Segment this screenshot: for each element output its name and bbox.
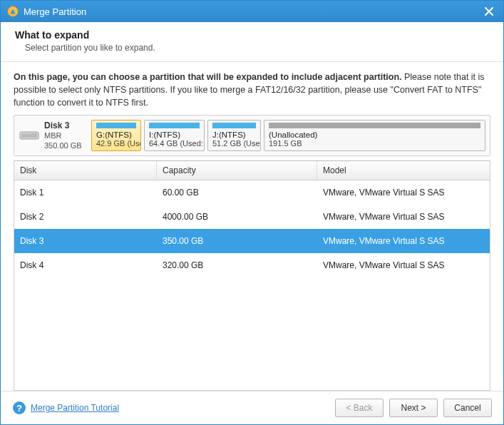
dialog-window: Merge Partition What to expand Select pa… (0, 0, 504, 425)
table-body: Disk 160.00 GBVMware, VMware Virtual S S… (14, 180, 490, 390)
svg-text:?: ? (16, 403, 22, 414)
app-icon (6, 5, 19, 18)
tutorial-link[interactable]: Merge Partition Tutorial (31, 403, 119, 413)
partition-size: 51.2 GB (Used: (212, 139, 256, 148)
partitions-container: G:(NTFS)42.9 GB (Used:I:(NTFS)64.4 GB (U… (91, 120, 485, 151)
close-icon[interactable] (480, 3, 498, 20)
partition-block[interactable]: (Unallocated)191.5 GB (264, 120, 485, 151)
disk-meta: Disk 3 MBR 350.00 GB (44, 121, 82, 151)
table-row[interactable]: Disk 3350.00 GBVMware, VMware Virtual S … (14, 229, 490, 253)
table-header: Disk Capacity Model (14, 161, 490, 180)
cell-disk: Disk 1 (14, 180, 157, 205)
next-button[interactable]: Next > (389, 399, 438, 417)
cell-model: VMware, VMware Virtual S SAS (317, 253, 490, 277)
partition-size: 64.4 GB (Used: (149, 139, 200, 148)
wizard-header: What to expand Select partition you like… (1, 22, 503, 62)
disk-table: Disk Capacity Model Disk 160.00 GBVMware… (14, 160, 490, 391)
page-heading: What to expand (15, 29, 489, 41)
disk-icon (19, 128, 40, 143)
partition-block[interactable]: J:(NTFS)51.2 GB (Used: (207, 120, 261, 151)
disk-size: 350.00 GB (44, 141, 82, 151)
partition-label: G:(NTFS) (96, 130, 136, 139)
col-header-disk[interactable]: Disk (14, 161, 157, 180)
page-subheading: Select partition you like to expand. (25, 43, 489, 53)
disk-info: Disk 3 MBR 350.00 GB (19, 120, 87, 151)
partition-label: J:(NTFS) (212, 130, 256, 139)
table-row[interactable]: Disk 4320.00 GBVMware, VMware Virtual S … (14, 253, 490, 277)
cell-model: VMware, VMware Virtual S SAS (317, 205, 490, 229)
help-link-container: ? Merge Partition Tutorial (12, 401, 119, 415)
partition-bar (96, 123, 136, 128)
back-button[interactable]: < Back (335, 399, 384, 417)
cell-disk: Disk 4 (14, 253, 157, 277)
partition-map: Disk 3 MBR 350.00 GB G:(NTFS)42.9 GB (Us… (14, 115, 490, 156)
cell-disk: Disk 3 (14, 229, 157, 253)
help-icon: ? (12, 401, 26, 415)
svg-rect-2 (21, 133, 37, 138)
window-title: Merge Partition (24, 6, 480, 17)
partition-bar (212, 123, 256, 128)
cancel-button[interactable]: Cancel (443, 399, 492, 417)
titlebar: Merge Partition (1, 1, 503, 22)
cell-capacity: 320.00 GB (157, 253, 317, 277)
partition-block[interactable]: I:(NTFS)64.4 GB (Used: (144, 120, 205, 151)
content-area: On this page, you can choose a partition… (1, 62, 503, 391)
partition-label: I:(NTFS) (149, 130, 200, 139)
intro-text: On this page, you can choose a partition… (14, 71, 490, 109)
cell-model: VMware, VMware Virtual S SAS (317, 229, 490, 253)
intro-bold: On this page, you can choose a partition… (14, 72, 402, 82)
footer: ? Merge Partition Tutorial < Back Next >… (1, 391, 503, 424)
col-header-capacity[interactable]: Capacity (157, 161, 317, 180)
partition-label: (Unallocated) (269, 130, 480, 139)
table-row[interactable]: Disk 24000.00 GBVMware, VMware Virtual S… (14, 205, 490, 229)
partition-bar (149, 123, 200, 128)
partition-size: 191.5 GB (269, 139, 480, 148)
partition-block[interactable]: G:(NTFS)42.9 GB (Used: (91, 120, 141, 151)
disk-scheme: MBR (44, 131, 82, 141)
cell-capacity: 4000.00 GB (157, 205, 317, 229)
button-bar: < Back Next > Cancel (335, 399, 492, 417)
disk-name: Disk 3 (44, 121, 82, 131)
cell-model: VMware, VMware Virtual S SAS (317, 180, 490, 205)
cell-capacity: 350.00 GB (157, 229, 317, 253)
cell-capacity: 60.00 GB (157, 180, 317, 205)
partition-bar (269, 123, 480, 128)
cell-disk: Disk 2 (14, 205, 157, 229)
partition-size: 42.9 GB (Used: (96, 139, 136, 148)
col-header-model[interactable]: Model (317, 161, 490, 180)
table-row[interactable]: Disk 160.00 GBVMware, VMware Virtual S S… (14, 180, 490, 205)
